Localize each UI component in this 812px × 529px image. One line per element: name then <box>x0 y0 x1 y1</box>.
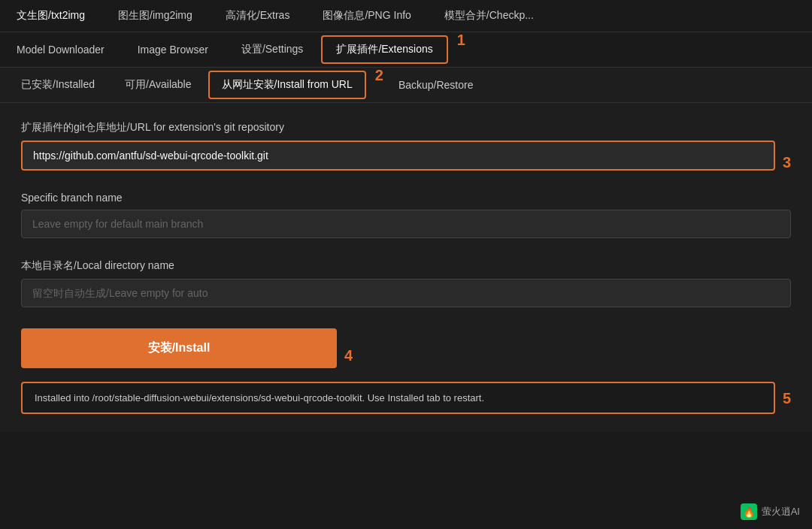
annotation-5: 5 <box>783 391 791 406</box>
tab-model-downloader[interactable]: Model Downloader <box>0 32 121 67</box>
branch-label: Specific branch name <box>21 192 791 204</box>
subtab-available[interactable]: 可用/Available <box>110 68 206 102</box>
git-url-section: 扩展插件的git仓库地址/URL for extension's git rep… <box>21 121 791 184</box>
dir-input[interactable] <box>21 279 791 307</box>
tab-extensions[interactable]: 扩展插件/Extensions <box>321 35 447 64</box>
watermark: 🔥 萤火逍AI <box>741 503 800 520</box>
nav-row2: Model Downloader Image Browser 设置/Settin… <box>0 32 812 68</box>
tab-extras[interactable]: 高清化/Extras <box>209 0 307 32</box>
git-url-label: 扩展插件的git仓库地址/URL for extension's git rep… <box>21 121 791 135</box>
dir-label: 本地目录名/Local directory name <box>21 259 791 273</box>
tab-settings[interactable]: 设置/Settings <box>225 32 320 67</box>
main-content: 扩展插件的git仓库地址/URL for extension's git rep… <box>0 103 812 432</box>
git-url-row: 3 <box>21 141 791 184</box>
annotation-1: 1 <box>457 32 465 67</box>
install-row: 安装/Install 4 <box>21 328 791 382</box>
subtab-installed[interactable]: 已安装/Installed <box>6 68 110 102</box>
branch-section: Specific branch name <box>21 192 791 252</box>
tab-img2img[interactable]: 图生图/img2img <box>102 0 209 32</box>
annotation-3: 3 <box>783 155 791 170</box>
dir-section: 本地目录名/Local directory name <box>21 259 791 321</box>
watermark-text: 萤火逍AI <box>762 505 800 518</box>
nav-row1: 文生图/txt2img 图生图/img2img 高清化/Extras 图像信息/… <box>0 0 812 32</box>
sub-tabs-row: 已安装/Installed 可用/Available 从网址安装/Install… <box>0 68 812 103</box>
subtab-backup-restore[interactable]: Backup/Restore <box>383 68 489 102</box>
tab-txt2img[interactable]: 文生图/txt2img <box>0 0 102 32</box>
status-row: Installed into /root/stable-diffusion-we… <box>21 382 791 414</box>
install-button[interactable]: 安装/Install <box>21 328 337 368</box>
tab-checkpoint[interactable]: 模型合并/Checkp... <box>428 0 550 32</box>
annotation-2: 2 <box>375 68 383 102</box>
git-url-input[interactable] <box>21 141 775 171</box>
tab-pnginfo[interactable]: 图像信息/PNG Info <box>306 0 427 32</box>
watermark-icon: 🔥 <box>741 503 757 520</box>
branch-input[interactable] <box>21 210 791 238</box>
subtab-install-from-url[interactable]: 从网址安装/Install from URL <box>208 71 366 99</box>
annotation-4: 4 <box>344 348 353 363</box>
status-bar: Installed into /root/stable-diffusion-we… <box>21 382 775 414</box>
tab-image-browser[interactable]: Image Browser <box>121 32 225 67</box>
